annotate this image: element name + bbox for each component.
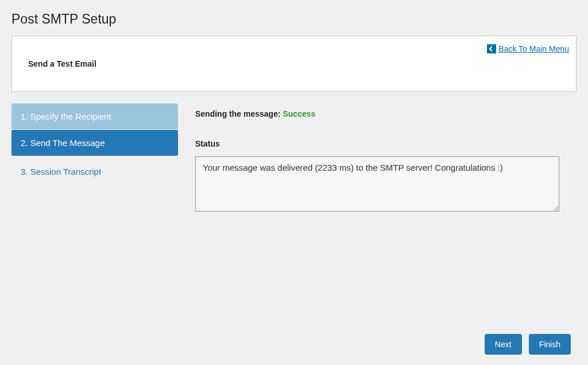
footer-buttons: Next Finish [485,334,571,355]
card-title: Send a Test Email [28,59,560,68]
status-textarea[interactable] [195,156,559,212]
back-to-main-menu-link[interactable]: Back To Main Menu [498,44,569,53]
wizard-step-send-message[interactable]: 2. Send The Message [11,130,178,156]
sending-status-line: Sending the message: Success [195,109,559,118]
back-link-row: Back To Main Menu [487,44,569,53]
sending-prefix: Sending the message: [195,109,283,118]
page-title: Post SMTP Setup [11,6,577,36]
header-card: Back To Main Menu Send a Test Email [11,36,577,92]
status-label: Status [195,139,559,148]
next-button[interactable]: Next [485,334,522,355]
arrow-left-icon [487,44,496,53]
wizard-step-session-transcript[interactable]: 3. Session Transcript [11,156,178,187]
wizard-steps: 1. Specify the Recipient 2. Send The Mes… [11,103,178,214]
main-panel: Sending the message: Success Status [195,103,577,214]
wizard-step-recipient[interactable]: 1. Specify the Recipient [11,103,178,129]
sending-status-value: Success [283,109,315,118]
finish-button[interactable]: Finish [529,334,571,355]
